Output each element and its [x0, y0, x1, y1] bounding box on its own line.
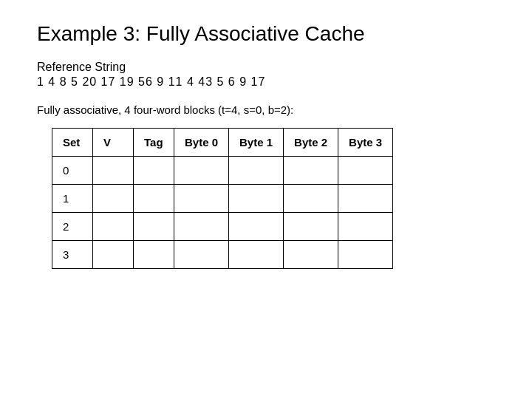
table-row: 2: [52, 213, 393, 241]
table-row: 0: [52, 157, 393, 185]
table-row: 3: [52, 241, 393, 269]
header-set: Set: [52, 129, 93, 157]
page: Example 3: Fully Associative Cache Refer…: [0, 0, 532, 399]
table-row: 1: [52, 185, 393, 213]
cell-row2-col0: 2: [52, 213, 93, 241]
cell-row1-col3: [174, 185, 229, 213]
cell-row0-col0: 0: [52, 157, 93, 185]
cell-row1-col2: [134, 185, 174, 213]
header-v: V: [93, 129, 134, 157]
cell-row0-col1: [93, 157, 134, 185]
header-byte3: Byte 3: [338, 129, 393, 157]
cell-row2-col5: [284, 213, 338, 241]
table-header-row: Set V Tag Byte 0 Byte 1 Byte 2 Byte 3: [52, 129, 393, 157]
reference-label: Reference String: [37, 61, 495, 74]
header-byte0: Byte 0: [174, 129, 229, 157]
cell-row0-col4: [229, 157, 284, 185]
cell-row3-col4: [229, 241, 284, 269]
cell-row0-col5: [284, 157, 338, 185]
cell-row3-col0: 3: [52, 241, 93, 269]
cache-description: Fully associative, 4 four-word blocks (t…: [37, 103, 495, 116]
cell-row3-col3: [174, 241, 229, 269]
reference-numbers: 1 4 8 5 20 17 19 56 9 11 4 43 5 6 9 17: [37, 75, 495, 89]
header-tag: Tag: [134, 129, 174, 157]
cell-row1-col5: [284, 185, 338, 213]
cell-row3-col5: [284, 241, 338, 269]
cell-row2-col6: [338, 213, 393, 241]
cell-row3-col6: [338, 241, 393, 269]
cell-row0-col2: [134, 157, 174, 185]
cell-row2-col4: [229, 213, 284, 241]
header-byte2: Byte 2: [284, 129, 338, 157]
cell-row3-col1: [93, 241, 134, 269]
cell-row3-col2: [134, 241, 174, 269]
cell-row1-col4: [229, 185, 284, 213]
cell-row2-col2: [134, 213, 174, 241]
cell-row1-col0: 1: [52, 185, 93, 213]
cell-row0-col3: [174, 157, 229, 185]
cell-row1-col1: [93, 185, 134, 213]
cache-table: Set V Tag Byte 0 Byte 1 Byte 2 Byte 3 01…: [52, 128, 393, 269]
page-title: Example 3: Fully Associative Cache: [37, 22, 495, 46]
cell-row1-col6: [338, 185, 393, 213]
cell-row0-col6: [338, 157, 393, 185]
cell-row2-col1: [93, 213, 134, 241]
cell-row2-col3: [174, 213, 229, 241]
header-byte1: Byte 1: [229, 129, 284, 157]
